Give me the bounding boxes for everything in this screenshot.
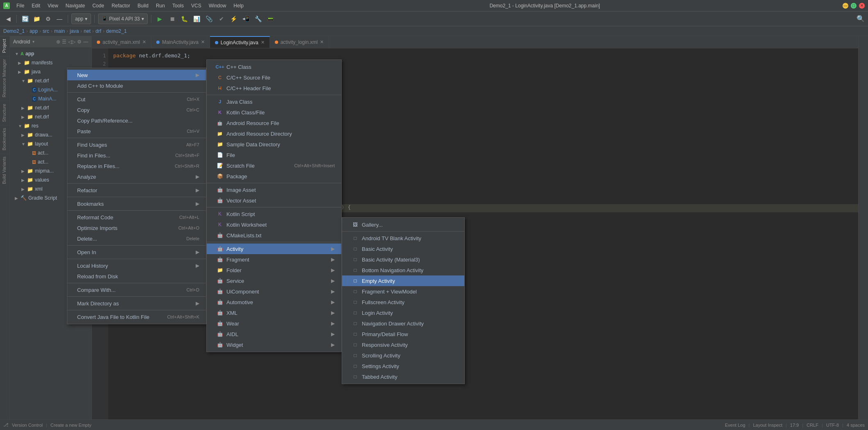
cm2-widget[interactable]: 🤖 Widget ▶ [207, 339, 341, 350]
tab-activity-login-xml[interactable]: activity_login.xml ✕ [270, 36, 329, 48]
cm1-reload[interactable]: Reload from Disk [67, 271, 206, 282]
cm2-activity[interactable]: 🤖 Activity ▶ [207, 243, 341, 254]
create-new-text[interactable]: Create a new Empty [50, 423, 91, 428]
build-variants-tab[interactable]: Build Variants [0, 154, 9, 187]
breadcrumb-drf[interactable]: drf [96, 28, 101, 34]
cm3-fragment-viewmodel[interactable]: □ Fragment + ViewModel [342, 286, 464, 297]
cm1-add-cpp[interactable]: Add C++ to Module [67, 80, 206, 91]
breadcrumb-demo2[interactable]: Demo2_1 [3, 28, 25, 34]
cm2-cpp-header[interactable]: H C/C++ Header File [207, 83, 341, 93]
position-indicator[interactable]: 17:9 [790, 423, 799, 428]
cm2-android-resource-dir[interactable]: 📁 Android Resource Directory [207, 128, 341, 139]
cm1-copy[interactable]: Copy Ctrl+C [67, 105, 206, 115]
cm2-java-class[interactable]: J Java Class [207, 96, 341, 107]
cm2-service[interactable]: 🤖 Service ▶ [207, 275, 341, 286]
layout-inspect[interactable]: Layout Inspect [753, 423, 783, 428]
charset[interactable]: UTF-8 [826, 423, 839, 428]
cm2-vector-asset[interactable]: 🤖 Vector Asset [207, 195, 341, 206]
cm1-bookmarks[interactable]: Bookmarks ▶ [67, 198, 206, 209]
cm2-file[interactable]: 📄 File [207, 150, 341, 160]
cm1-paste[interactable]: Paste Ctrl+V [67, 126, 206, 137]
attach-button[interactable]: 📎 [204, 14, 215, 24]
tab-login-activity-java[interactable]: LoginActivity.java ✕ [210, 36, 270, 48]
resource-manager-tab[interactable]: Resource Manager [0, 56, 9, 100]
app-dropdown[interactable]: app ▾ [71, 14, 91, 24]
cm2-sample-data[interactable]: 📁 Sample Data Directory [207, 139, 341, 150]
stop-button[interactable]: ⏹ [167, 14, 178, 24]
structure-tab[interactable]: Structure [0, 101, 9, 125]
panel-minus[interactable]: — [83, 39, 88, 45]
cm1-cut[interactable]: Cut Ctrl+X [67, 94, 206, 105]
cm1-open-in[interactable]: Open In ▶ [67, 247, 206, 257]
avd-manager-button[interactable]: 📟 [265, 14, 276, 24]
menu-view[interactable]: View [44, 2, 62, 9]
version-control-text[interactable]: Version Control [12, 423, 43, 428]
toolbar-back-btn[interactable]: ◀ [3, 14, 13, 24]
cm1-compare-with[interactable]: Compare With... Ctrl+D [67, 284, 206, 295]
minimize-button[interactable]: — [843, 3, 848, 9]
menu-vcs[interactable]: VCS [188, 2, 205, 9]
panel-icon-3[interactable]: ◁▷ [68, 39, 75, 45]
menu-code[interactable]: Code [89, 2, 107, 9]
cm2-wear[interactable]: 🤖 Wear ▶ [207, 318, 341, 329]
cm2-uicomponent[interactable]: 🤖 UiComponent ▶ [207, 286, 341, 297]
cm2-cmake[interactable]: 🤖 CMakeLists.txt [207, 230, 341, 241]
tree-manifests[interactable]: ▶ 📁 manifests [10, 58, 91, 67]
cm3-bottom-nav[interactable]: □ Bottom Navigation Activity [342, 265, 464, 275]
cm2-kotlin-worksheet[interactable]: K Kotlin Worksheet [207, 219, 341, 230]
device-manager-button[interactable]: 📲 [241, 14, 251, 24]
panel-icon-2[interactable]: ☰ [62, 39, 66, 45]
event-log[interactable]: Event Log [725, 423, 745, 428]
cm1-convert-java[interactable]: Convert Java File to Kotlin File Ctrl+Al… [67, 312, 206, 322]
panel-icon-1[interactable]: ⊕ [56, 39, 60, 45]
cm3-settings[interactable]: □ Settings Activity [342, 361, 464, 371]
tab-close-btn[interactable]: ✕ [261, 40, 265, 45]
cm2-scratch-file[interactable]: 📝 Scratch File Ctrl+Alt+Shift+Insert [207, 160, 341, 171]
cm1-analyze[interactable]: Analyze ▶ [67, 171, 206, 182]
cm2-cpp-source[interactable]: C C/C++ Source File [207, 72, 341, 83]
android-selector[interactable]: Android [13, 39, 30, 45]
cm1-local-history[interactable]: Local History ▶ [67, 260, 206, 271]
cm3-nav-drawer[interactable]: □ Navigation Drawer Activity [342, 318, 464, 329]
cm2-xml[interactable]: 🤖 XML ▶ [207, 307, 341, 318]
cm3-responsive[interactable]: □ Responsive Activity [342, 339, 464, 350]
cm3-android-tv[interactable]: □ Android TV Blank Activity [342, 233, 464, 243]
profile-button[interactable]: 📊 [192, 14, 202, 24]
cm3-tabbed[interactable]: □ Tabbed Activity [342, 371, 464, 382]
menu-window[interactable]: Window [206, 2, 230, 9]
tab-main-activity-java[interactable]: MainActivity.java ✕ [151, 36, 210, 48]
tree-app[interactable]: ▼ A app [10, 49, 91, 58]
device-dropdown[interactable]: 📱 Pixel 4 API 33 ▾ [98, 14, 148, 24]
debug-button[interactable]: 🐛 [179, 14, 190, 24]
apply-changes-button[interactable]: ⚡ [228, 14, 239, 24]
cm1-replace-in-files[interactable]: Replace in Files... Ctrl+Shift+R [67, 161, 206, 171]
menu-tools[interactable]: Tools [169, 2, 187, 9]
menu-build[interactable]: Build [134, 2, 152, 9]
sdk-manager-button[interactable]: 🔧 [253, 14, 264, 24]
close-button[interactable]: ✕ [859, 3, 865, 9]
cm3-scrolling[interactable]: □ Scrolling Activity [342, 350, 464, 361]
bookmarks-tab[interactable]: Bookmarks [0, 125, 9, 153]
dash-btn[interactable]: — [55, 14, 64, 24]
line-ending[interactable]: CRLF [806, 423, 818, 428]
cm2-automotive[interactable]: 🤖 Automotive ▶ [207, 297, 341, 307]
project-tab[interactable]: Project [0, 36, 9, 55]
breadcrumb-java[interactable]: java [70, 28, 79, 34]
cm2-package[interactable]: 📦 Package [207, 171, 341, 182]
search-button[interactable]: 🔍 [857, 15, 865, 23]
menu-help[interactable]: Help [230, 2, 247, 9]
cm1-new[interactable]: New ▶ [67, 70, 206, 80]
coverage-button[interactable]: ✔ [216, 14, 227, 24]
cm2-fragment[interactable]: 🤖 Fragment ▶ [207, 254, 341, 265]
sync-btn[interactable]: 🔄 [20, 14, 30, 24]
cm2-aidl[interactable]: 🤖 AIDL ▶ [207, 329, 341, 339]
cm1-refactor[interactable]: Refactor ▶ [67, 185, 206, 196]
breadcrumb-main[interactable]: main [54, 28, 65, 34]
menu-refactor[interactable]: Refactor [108, 2, 133, 9]
tab-close-btn[interactable]: ✕ [320, 39, 324, 45]
cm2-folder[interactable]: 📁 Folder ▶ [207, 265, 341, 275]
cm2-android-resource-file[interactable]: 🤖 Android Resource File [207, 118, 341, 128]
cm2-image-asset[interactable]: 🤖 Image Asset [207, 184, 341, 195]
menu-edit[interactable]: Edit [28, 2, 43, 9]
cm3-login-activity[interactable]: □ Login Activity [342, 307, 464, 318]
